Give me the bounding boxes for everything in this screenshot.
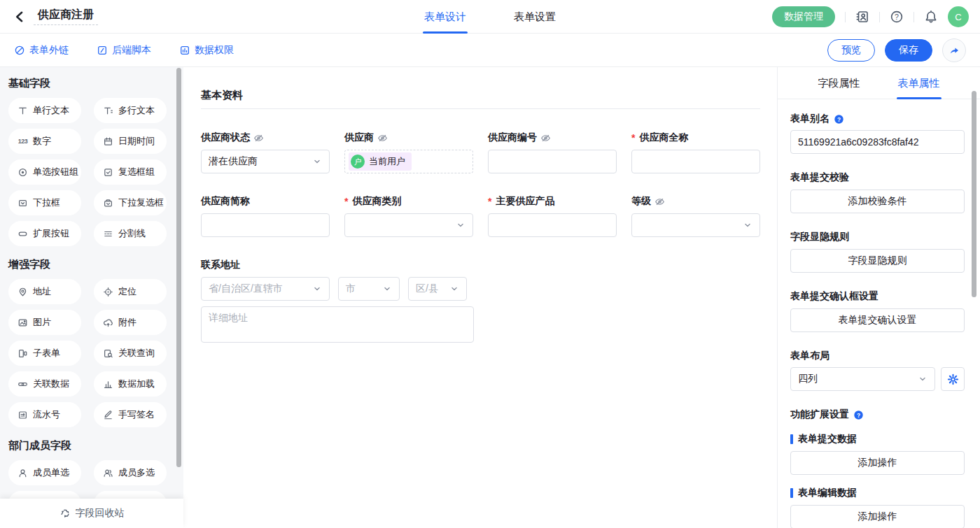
data-permission-link[interactable]: 数据权限: [179, 44, 234, 57]
form-section-title[interactable]: 基本资料: [201, 89, 760, 102]
help-icon[interactable]: ?: [890, 10, 904, 24]
map-pin-icon: [18, 287, 28, 297]
submit-confirm-button[interactable]: 表单提交确认设置: [790, 308, 965, 332]
field-type-signature[interactable]: 手写签名: [94, 402, 167, 427]
field-supplier-no[interactable]: 供应商编号: [488, 131, 617, 173]
field-contact-address[interactable]: 联系地址 省/自治区/直辖市 市 区/县 详细地址: [201, 258, 760, 343]
field-type-number[interactable]: 123数字: [8, 129, 81, 154]
bell-icon[interactable]: [924, 10, 938, 24]
save-button[interactable]: 保存: [885, 39, 932, 62]
question-icon[interactable]: ?: [853, 410, 864, 420]
field-type-address[interactable]: 地址: [8, 279, 81, 304]
field-type-select[interactable]: 下拉框: [8, 190, 81, 215]
field-type-member-multi[interactable]: 成员多选: [94, 460, 167, 485]
gear-icon: [947, 373, 959, 385]
tab-form-properties[interactable]: 表单属性: [897, 67, 941, 99]
district-select[interactable]: 区/县: [408, 277, 467, 301]
group-label-text: 表单编辑数据: [798, 487, 857, 499]
supplier-user-picker[interactable]: 户 当前用户: [344, 150, 473, 173]
recycle-icon: [59, 508, 71, 519]
multi-line-text-icon: [103, 106, 113, 116]
field-supplier-short-name[interactable]: 供应商简称: [201, 194, 330, 237]
data-manage-button[interactable]: 数据管理: [772, 6, 835, 27]
field-supplier-full-name[interactable]: * 供应商全称: [631, 131, 760, 173]
sub-toolbar: 表单外链 后端脚本 数据权限 预览 保存: [0, 34, 980, 67]
link-icon: [14, 45, 25, 56]
back-icon[interactable]: [13, 10, 27, 24]
sidebar-section-title: 部门成员字段: [8, 439, 175, 452]
supplier-status-select[interactable]: 潜在供应商: [201, 150, 330, 173]
field-supplier-category[interactable]: * 供应商类别: [344, 194, 473, 237]
field-type-data-load[interactable]: 数据加载: [94, 371, 167, 397]
layout-settings-button[interactable]: [941, 367, 965, 391]
divider: [879, 12, 880, 22]
province-select[interactable]: 省/自治区/直辖市: [201, 277, 330, 301]
add-edit-action-button[interactable]: 添加操作: [790, 505, 965, 528]
field-type-radio-group[interactable]: 单选按钮组: [8, 159, 81, 185]
tool-links: 表单外链 后端脚本 数据权限: [14, 44, 234, 57]
pen-icon: [103, 410, 113, 420]
field-type-image[interactable]: 图片: [8, 310, 81, 335]
field-type-subform[interactable]: 子表单: [8, 341, 81, 366]
field-supplier-status[interactable]: 供应商状态 潜在供应商: [201, 131, 330, 173]
contacts-icon[interactable]: [855, 10, 869, 24]
field-type-linked-data[interactable]: 关联数据: [8, 371, 81, 397]
linked-query-icon: [103, 348, 113, 359]
field-type-checkbox-group[interactable]: 复选框组: [94, 159, 167, 185]
supplier-full-name-input[interactable]: [631, 150, 760, 173]
field-type-attachment[interactable]: 附件: [94, 310, 167, 335]
city-select[interactable]: 市: [338, 277, 400, 301]
field-label: 主要供应产品: [496, 195, 554, 208]
share-button[interactable]: [942, 38, 966, 62]
detail-address-textarea[interactable]: 详细地址: [201, 306, 474, 343]
form-external-link[interactable]: 表单外链: [14, 44, 69, 57]
grade-select[interactable]: [631, 213, 760, 237]
field-supplier[interactable]: 供应商 户 当前用户: [344, 131, 473, 173]
share-icon: [948, 45, 960, 56]
field-label: 联系地址: [201, 259, 240, 271]
field-type-geolocation[interactable]: 定位: [94, 279, 167, 304]
field-label: 供应商简称: [201, 195, 250, 208]
add-submit-action-button[interactable]: 添加操作: [790, 451, 965, 475]
supplier-category-select[interactable]: [344, 213, 473, 237]
tab-field-properties[interactable]: 字段属性: [817, 67, 862, 99]
field-type-datetime[interactable]: 日期时间: [94, 129, 167, 154]
avatar[interactable]: C: [948, 6, 969, 27]
form-layout-select[interactable]: 四列: [790, 367, 935, 391]
field-type-multi-line-text[interactable]: 多行文本: [94, 98, 167, 123]
svg-text:?: ?: [837, 115, 841, 122]
tab-form-settings[interactable]: 表单设置: [512, 0, 557, 34]
preview-button[interactable]: 预览: [827, 39, 875, 62]
radio-icon: [18, 167, 28, 178]
submit-confirm-label: 表单提交确认框设置: [790, 290, 878, 303]
select-value: 四列: [798, 373, 918, 385]
field-type-divider-line[interactable]: 分割线: [94, 221, 167, 246]
locate-icon: [103, 287, 113, 297]
field-recycle-bin[interactable]: 字段回收站: [0, 499, 183, 528]
form-alias-input[interactable]: 51169921a6c09283fc8faf42: [790, 130, 965, 154]
sidebar-scrollbar[interactable]: [176, 68, 181, 467]
form-alias-label: 表单别名: [790, 113, 830, 125]
field-main-products[interactable]: * 主要供应产品: [488, 194, 617, 237]
field-type-label: 定位: [118, 285, 136, 298]
question-icon[interactable]: ?: [834, 114, 844, 124]
field-type-label: 成员多选: [118, 466, 155, 479]
add-validation-button[interactable]: 添加校验条件: [790, 190, 965, 213]
supplier-short-name-input[interactable]: [201, 213, 330, 237]
image-icon: [18, 317, 28, 328]
field-type-extend-button[interactable]: 扩展按钮: [8, 221, 81, 246]
supplier-no-input[interactable]: [488, 150, 617, 173]
field-type-multi-select[interactable]: 下拉复选框: [94, 190, 167, 215]
field-type-linked-query[interactable]: 关联查询: [94, 341, 167, 366]
page-title[interactable]: 供应商注册: [34, 8, 98, 25]
backend-script-link[interactable]: 后端脚本: [97, 44, 151, 57]
tab-form-design[interactable]: 表单设计: [423, 0, 468, 34]
field-type-serial-number[interactable]: 流水号: [8, 402, 81, 427]
field-grade[interactable]: 等级: [631, 194, 760, 237]
field-type-member-single[interactable]: 成员单选: [8, 460, 81, 485]
field-type-single-line-text[interactable]: 单行文本: [8, 98, 81, 123]
main-products-input[interactable]: [488, 213, 617, 237]
panel-scrollbar[interactable]: [972, 91, 976, 297]
field-visibility-button[interactable]: 字段显隐规则: [790, 249, 965, 273]
field-type-label: 多行文本: [118, 104, 155, 117]
